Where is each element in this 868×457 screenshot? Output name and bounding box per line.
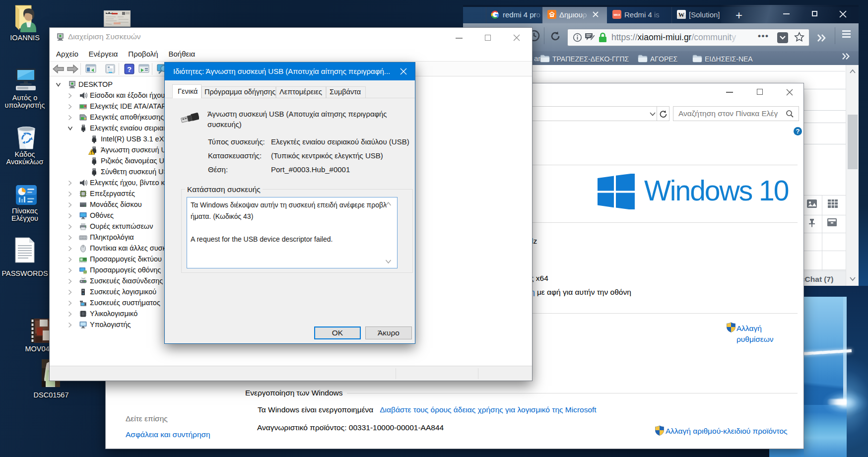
svg-text:MIUI: MIUI [613, 13, 620, 16]
svg-text:?: ? [127, 65, 132, 73]
svg-text:W: W [678, 11, 685, 18]
